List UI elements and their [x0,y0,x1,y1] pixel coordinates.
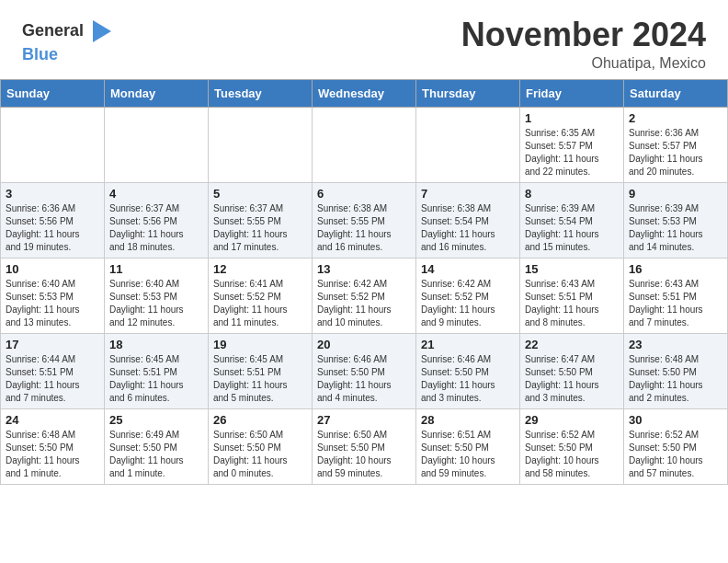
month-title: November 2024 [461,17,706,53]
day-info: Sunrise: 6:45 AMSunset: 5:51 PMDaylight:… [109,353,203,405]
calendar-cell: 11Sunrise: 6:40 AMSunset: 5:53 PMDayligh… [105,258,209,333]
calendar-cell: 29Sunrise: 6:52 AMSunset: 5:50 PMDayligh… [520,408,624,484]
day-number: 6 [317,187,411,201]
day-info: Sunrise: 6:35 AMSunset: 5:57 PMDaylight:… [525,127,619,178]
day-info: Sunrise: 6:47 AMSunset: 5:50 PMDaylight:… [525,353,619,405]
col-header-monday: Monday [105,79,209,107]
day-info: Sunrise: 6:51 AMSunset: 5:50 PMDaylight:… [421,429,515,480]
day-info: Sunrise: 6:42 AMSunset: 5:52 PMDaylight:… [421,278,515,329]
day-info: Sunrise: 6:43 AMSunset: 5:51 PMDaylight:… [525,278,619,329]
day-number: 23 [629,338,722,351]
calendar-cell: 20Sunrise: 6:46 AMSunset: 5:50 PMDayligh… [313,333,416,408]
day-number: 11 [109,262,203,276]
calendar: SundayMondayTuesdayWednesdayThursdayFrid… [0,79,728,485]
calendar-cell: 14Sunrise: 6:42 AMSunset: 5:52 PMDayligh… [416,258,520,333]
col-header-sunday: Sunday [1,79,105,107]
calendar-cell: 25Sunrise: 6:49 AMSunset: 5:50 PMDayligh… [105,408,209,484]
calendar-cell: 5Sunrise: 6:37 AMSunset: 5:55 PMDaylight… [209,182,313,258]
calendar-cell [1,107,105,182]
day-number: 3 [6,187,99,201]
day-info: Sunrise: 6:46 AMSunset: 5:50 PMDaylight:… [317,353,411,405]
day-info: Sunrise: 6:40 AMSunset: 5:53 PMDaylight:… [109,278,203,329]
day-number: 21 [421,338,515,351]
col-header-tuesday: Tuesday [209,79,313,107]
day-info: Sunrise: 6:46 AMSunset: 5:50 PMDaylight:… [421,353,515,405]
title-block: November 2024 Ohuatipa, Mexico [461,17,706,72]
day-number: 25 [109,413,203,427]
calendar-week-5: 24Sunrise: 6:48 AMSunset: 5:50 PMDayligh… [1,408,728,484]
calendar-cell: 18Sunrise: 6:45 AMSunset: 5:51 PMDayligh… [105,333,209,408]
day-info: Sunrise: 6:49 AMSunset: 5:50 PMDaylight:… [109,429,203,480]
calendar-week-1: 1Sunrise: 6:35 AMSunset: 5:57 PMDaylight… [1,107,728,182]
calendar-cell [416,107,520,182]
calendar-cell: 7Sunrise: 6:38 AMSunset: 5:54 PMDaylight… [416,182,520,258]
day-info: Sunrise: 6:52 AMSunset: 5:50 PMDaylight:… [629,429,722,480]
day-number: 29 [525,413,619,427]
day-info: Sunrise: 6:50 AMSunset: 5:50 PMDaylight:… [317,429,411,480]
day-number: 14 [421,262,515,276]
day-info: Sunrise: 6:48 AMSunset: 5:50 PMDaylight:… [629,353,722,405]
day-info: Sunrise: 6:43 AMSunset: 5:51 PMDaylight:… [629,278,722,329]
day-number: 24 [6,413,99,427]
calendar-cell: 6Sunrise: 6:38 AMSunset: 5:55 PMDaylight… [313,182,416,258]
calendar-cell: 27Sunrise: 6:50 AMSunset: 5:50 PMDayligh… [313,408,416,484]
day-number: 12 [213,262,307,276]
calendar-week-2: 3Sunrise: 6:36 AMSunset: 5:56 PMDaylight… [1,182,728,258]
calendar-cell: 3Sunrise: 6:36 AMSunset: 5:56 PMDaylight… [1,182,105,258]
day-number: 10 [6,262,99,276]
day-number: 15 [525,262,619,276]
day-info: Sunrise: 6:45 AMSunset: 5:51 PMDaylight:… [213,353,307,405]
day-number: 2 [629,111,722,125]
day-number: 17 [6,338,99,351]
calendar-cell: 13Sunrise: 6:42 AMSunset: 5:52 PMDayligh… [313,258,416,333]
col-header-thursday: Thursday [416,79,520,107]
calendar-cell: 10Sunrise: 6:40 AMSunset: 5:53 PMDayligh… [1,258,105,333]
day-number: 26 [213,413,307,427]
calendar-cell: 1Sunrise: 6:35 AMSunset: 5:57 PMDaylight… [520,107,624,182]
day-info: Sunrise: 6:37 AMSunset: 5:56 PMDaylight:… [109,202,203,254]
calendar-cell: 12Sunrise: 6:41 AMSunset: 5:52 PMDayligh… [209,258,313,333]
calendar-cell: 30Sunrise: 6:52 AMSunset: 5:50 PMDayligh… [624,408,728,484]
calendar-cell [105,107,209,182]
svg-marker-0 [93,20,111,42]
day-info: Sunrise: 6:36 AMSunset: 5:56 PMDaylight:… [6,202,99,254]
logo-icon [85,17,115,46]
header: General Blue November 2024 Ohuatipa, Mex… [0,0,728,79]
calendar-cell: 23Sunrise: 6:48 AMSunset: 5:50 PMDayligh… [624,333,728,408]
logo-blue: Blue [22,46,58,64]
day-number: 20 [317,338,411,351]
day-info: Sunrise: 6:38 AMSunset: 5:55 PMDaylight:… [317,202,411,254]
day-number: 8 [525,187,619,201]
col-header-saturday: Saturday [624,79,728,107]
day-info: Sunrise: 6:36 AMSunset: 5:57 PMDaylight:… [629,127,722,178]
day-info: Sunrise: 6:38 AMSunset: 5:54 PMDaylight:… [421,202,515,254]
day-number: 7 [421,187,515,201]
calendar-cell: 16Sunrise: 6:43 AMSunset: 5:51 PMDayligh… [624,258,728,333]
col-header-wednesday: Wednesday [313,79,416,107]
logo-general: General [22,22,84,40]
day-info: Sunrise: 6:44 AMSunset: 5:51 PMDaylight:… [6,353,99,405]
calendar-cell: 9Sunrise: 6:39 AMSunset: 5:53 PMDaylight… [624,182,728,258]
calendar-cell: 17Sunrise: 6:44 AMSunset: 5:51 PMDayligh… [1,333,105,408]
location-title: Ohuatipa, Mexico [461,55,706,72]
day-info: Sunrise: 6:41 AMSunset: 5:52 PMDaylight:… [213,278,307,329]
day-info: Sunrise: 6:50 AMSunset: 5:50 PMDaylight:… [213,429,307,480]
day-number: 4 [109,187,203,201]
calendar-header-row: SundayMondayTuesdayWednesdayThursdayFrid… [1,79,728,107]
calendar-cell [313,107,416,182]
day-info: Sunrise: 6:52 AMSunset: 5:50 PMDaylight:… [525,429,619,480]
day-number: 9 [629,187,722,201]
calendar-cell: 21Sunrise: 6:46 AMSunset: 5:50 PMDayligh… [416,333,520,408]
calendar-cell: 15Sunrise: 6:43 AMSunset: 5:51 PMDayligh… [520,258,624,333]
calendar-cell: 24Sunrise: 6:48 AMSunset: 5:50 PMDayligh… [1,408,105,484]
day-info: Sunrise: 6:39 AMSunset: 5:54 PMDaylight:… [525,202,619,254]
calendar-cell: 22Sunrise: 6:47 AMSunset: 5:50 PMDayligh… [520,333,624,408]
day-number: 28 [421,413,515,427]
calendar-week-3: 10Sunrise: 6:40 AMSunset: 5:53 PMDayligh… [1,258,728,333]
day-number: 5 [213,187,307,201]
calendar-cell: 8Sunrise: 6:39 AMSunset: 5:54 PMDaylight… [520,182,624,258]
day-info: Sunrise: 6:37 AMSunset: 5:55 PMDaylight:… [213,202,307,254]
calendar-cell: 26Sunrise: 6:50 AMSunset: 5:50 PMDayligh… [209,408,313,484]
day-number: 18 [109,338,203,351]
calendar-cell: 4Sunrise: 6:37 AMSunset: 5:56 PMDaylight… [105,182,209,258]
